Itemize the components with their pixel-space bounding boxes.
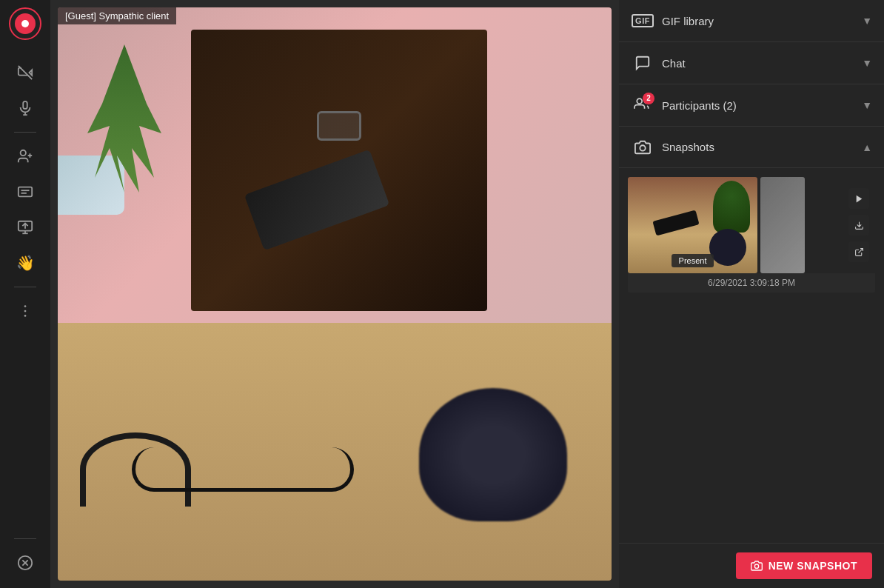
video-container: [Guest] Sympathic client	[58, 7, 612, 581]
snapshot-item: [Guest] Normal Client Present	[628, 177, 875, 293]
video-scene	[58, 7, 612, 581]
snapshots-section-title: Snapshots	[662, 141, 862, 153]
svg-point-13	[24, 305, 27, 307]
app-logo[interactable]	[9, 7, 41, 40]
download-button[interactable]	[848, 215, 869, 235]
chat-chevron-icon: ▼	[862, 57, 872, 69]
svg-point-4	[21, 150, 26, 156]
participants-section: 2 Participants (2) ▼	[619, 84, 884, 127]
gif-section-header[interactable]: GIF GIF library ▼	[619, 0, 884, 41]
snapshot-thumbnail-secondary[interactable]	[760, 177, 805, 273]
gif-section-title: GIF library	[662, 15, 862, 27]
snapshots-content: [Guest] Normal Client Present	[619, 168, 884, 543]
svg-marker-22	[856, 195, 862, 202]
svg-line-24	[858, 248, 863, 253]
divider-3	[14, 538, 36, 539]
svg-point-25	[754, 564, 758, 568]
chat-section-header[interactable]: Chat ▼	[619, 42, 884, 84]
divider-2	[14, 287, 36, 287]
snapshot-timestamp: 6/29/2021 3:09:18 PM	[628, 273, 875, 293]
snapshot-thumbnail-main[interactable]: [Guest] Normal Client Present	[628, 177, 757, 273]
gif-icon: GIF	[631, 9, 654, 33]
svg-rect-1	[23, 101, 27, 109]
bottom-bar: NEW SNAPSHOT	[619, 543, 884, 588]
screen-share-button[interactable]	[10, 213, 40, 242]
snapshot-actions	[848, 188, 869, 262]
new-snapshot-label: NEW SNAPSHOT	[769, 560, 857, 572]
sidebar: 👋	[0, 0, 50, 588]
new-snapshot-button[interactable]: NEW SNAPSHOT	[736, 552, 872, 579]
add-participant-button[interactable]	[10, 141, 40, 171]
svg-point-14	[24, 310, 27, 313]
present-badge: Present	[672, 254, 714, 267]
divider-1	[14, 132, 36, 133]
snapshots-section: Snapshots ▲ [Guest] Normal Client Presen…	[619, 127, 884, 588]
snapshots-icon	[631, 136, 654, 159]
chat-section-title: Chat	[662, 57, 862, 70]
main-content: [Guest] Sympathic client	[50, 0, 619, 588]
svg-point-19	[637, 98, 642, 104]
svg-rect-7	[19, 187, 32, 197]
participants-chevron-icon: ▼	[862, 99, 872, 111]
svg-point-15	[24, 315, 27, 317]
open-external-button[interactable]	[848, 241, 869, 262]
snapshot-thumbnails: [Guest] Normal Client Present	[628, 177, 875, 273]
participants-icon: 2	[631, 93, 654, 117]
participants-section-title: Participants (2)	[662, 99, 862, 112]
participants-section-header[interactable]: 2 Participants (2) ▼	[619, 84, 884, 126]
participants-count-badge: 2	[643, 93, 654, 104]
snapshots-section-header[interactable]: Snapshots ▲	[619, 127, 884, 168]
svg-point-21	[640, 145, 645, 150]
chat-section: Chat ▼	[619, 42, 884, 84]
camera-off-button[interactable]	[10, 58, 40, 87]
snapshots-chevron-icon: ▲	[862, 141, 872, 153]
subtitles-button[interactable]	[10, 177, 40, 207]
microphone-button[interactable]	[10, 93, 40, 123]
wave-button[interactable]: 👋	[10, 248, 40, 278]
gif-chevron-icon: ▼	[862, 15, 872, 27]
right-panel: GIF GIF library ▼ Chat ▼	[619, 0, 884, 588]
more-options-button[interactable]	[10, 296, 40, 326]
gif-section: GIF GIF library ▼	[619, 0, 884, 42]
chat-icon	[631, 51, 654, 75]
play-button[interactable]	[848, 188, 869, 209]
participant-label: [Guest] Sympathic client	[58, 7, 176, 24]
end-call-button[interactable]	[10, 548, 40, 578]
